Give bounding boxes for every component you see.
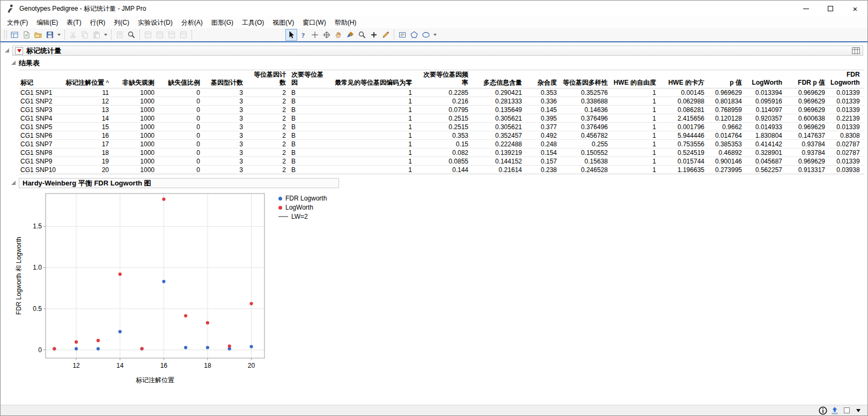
column-header[interactable]: 缺失值比例 — [159, 70, 204, 88]
new-data-table-icon[interactable] — [20, 29, 32, 41]
menu-item[interactable]: 工具(O) — [238, 17, 268, 29]
maximize-button[interactable] — [818, 1, 843, 17]
column-header[interactable]: 杂合度 — [526, 70, 561, 88]
table-cell: 0.015744 — [660, 157, 709, 166]
menu-arrow-icon[interactable] — [854, 406, 863, 415]
grabber-tool-icon[interactable] — [333, 29, 344, 41]
table-row[interactable]: CG1 SNP9191000032B10.08550.1441520.1570.… — [19, 157, 864, 166]
menu-item[interactable]: 列(C) — [109, 17, 134, 29]
help-tool-icon[interactable]: ? — [297, 29, 309, 41]
column-header[interactable]: 最常见的等位基因编码为零 — [333, 70, 416, 88]
table-cell: 2 — [247, 166, 290, 174]
legend-label: FDR Logworth — [285, 195, 327, 202]
close-button[interactable]: × — [843, 1, 867, 17]
column-header[interactable]: HWE 的自由度 — [612, 70, 660, 88]
new-window-icon[interactable] — [9, 29, 20, 41]
save-icon[interactable] — [44, 29, 56, 41]
menu-item[interactable]: 表(T) — [62, 17, 85, 29]
toolbar-drag-handle[interactable] — [4, 31, 7, 39]
column-header[interactable]: LogWorth — [746, 70, 786, 88]
toolbar-overflow-icon[interactable] — [433, 34, 437, 36]
scatter-plot[interactable]: 121416182000.51.01.5标记注解位置FDR Logworth 和… — [7, 189, 271, 391]
table-cell: 1 — [612, 148, 660, 157]
legend-item[interactable]: LogWorth — [278, 204, 327, 211]
table-cell: 0.2285 — [416, 88, 473, 97]
textbox-tool-icon[interactable] — [396, 29, 408, 41]
legend-item[interactable]: LW=2 — [278, 213, 327, 220]
magnifier-icon[interactable] — [126, 29, 137, 41]
column-header[interactable]: 标记注解位置^ — [62, 70, 113, 88]
legend-item[interactable]: FDR Logworth — [278, 195, 327, 202]
column-header[interactable]: p 值 — [709, 70, 746, 88]
column-header[interactable]: 标记 — [19, 70, 62, 88]
column-header[interactable]: FDR Logworth — [829, 70, 864, 88]
table-cell: 0.753556 — [660, 140, 709, 148]
svg-text:0.5: 0.5 — [33, 305, 42, 313]
table-row[interactable]: CG1 SNP8181000032B10.0820.1392190.1540.1… — [19, 148, 864, 157]
minimize-button[interactable] — [793, 1, 818, 17]
open-icon[interactable] — [32, 29, 44, 41]
table-row[interactable]: CG1 SNP2121000032B10.2160.2813330.3360.3… — [19, 97, 864, 106]
table-cell: 0.920357 — [746, 114, 786, 123]
table-row[interactable]: CG1 SNP6161000032B10.3530.3524570.4920.4… — [19, 131, 864, 140]
menu-item[interactable]: 窗口(W) — [298, 17, 330, 29]
outline-results-table[interactable]: 结果表 — [1, 58, 867, 68]
table-cell: CG1 SNP1 — [19, 88, 62, 97]
menu-item[interactable]: 编辑(E) — [32, 17, 62, 29]
menu-item[interactable]: 图形(G) — [207, 17, 238, 29]
zoom-tool-icon[interactable] — [356, 29, 368, 41]
column-header[interactable]: FDR p 值 — [786, 70, 829, 88]
table-cell: 1 — [333, 148, 416, 157]
table-cell: 0 — [159, 114, 204, 123]
target-tool-icon[interactable] — [321, 29, 333, 41]
outline-hwe-plot[interactable]: Hardy-Weinberg 平衡 FDR Logworth 图 — [1, 178, 867, 188]
report-area: 标记统计量 结果表 标记标记注解位置^非缺失观测缺失值比例基因型计数等位基因计数… — [1, 42, 867, 405]
column-header[interactable]: 等位基因多样性 — [561, 70, 612, 88]
table-row[interactable]: CG1 SNP3131000032B10.07950.1356490.1450.… — [19, 106, 864, 114]
outline-marker-statistics[interactable]: 标记统计量 — [1, 46, 867, 56]
annotate-tool-icon[interactable] — [380, 29, 392, 41]
svg-text:1.5: 1.5 — [33, 222, 42, 230]
cut-icon — [67, 29, 79, 41]
column-header[interactable]: 多态信息含量 — [473, 70, 526, 88]
disclosure-wedge-icon[interactable] — [11, 181, 16, 185]
table-cell: 0 — [159, 123, 204, 131]
polygon-tool-icon[interactable] — [408, 29, 420, 41]
window-box-icon[interactable] — [842, 406, 851, 415]
column-header[interactable]: 次要等位基因频率 — [416, 70, 473, 88]
table-row[interactable]: CG1 SNP10201000032B10.1440.216140.2380.2… — [19, 166, 864, 174]
table-row[interactable]: CG1 SNP5151000032B10.25150.3056210.3770.… — [19, 123, 864, 131]
menu-item[interactable]: 行(R) — [86, 17, 110, 29]
table-cell: 0.562257 — [746, 166, 786, 174]
column-header[interactable]: HWE 的卡方 — [660, 70, 709, 88]
menu-item[interactable]: 分析(A) — [177, 17, 207, 29]
table-cell: 0.144152 — [473, 157, 526, 166]
column-header[interactable]: 基因型计数 — [204, 70, 247, 88]
menu-item[interactable]: 文件(F) — [3, 17, 32, 29]
menu-item[interactable]: 帮助(H) — [330, 17, 361, 29]
data-table-icon[interactable] — [851, 47, 860, 55]
menu-item[interactable]: 实验设计(D) — [134, 17, 177, 29]
brush-tool-icon[interactable] — [344, 29, 356, 41]
toolbar-separator — [139, 30, 140, 40]
info-icon[interactable] — [818, 406, 828, 415]
red-triangle-menu-icon[interactable] — [15, 47, 23, 55]
toolbar-overflow-icon[interactable] — [57, 34, 61, 36]
toolbar-overflow-icon[interactable] — [104, 34, 107, 36]
crosshair-tool-icon[interactable] — [309, 29, 321, 41]
table-cell: B — [290, 140, 333, 148]
arrow-tool-icon[interactable] — [285, 29, 297, 41]
table-row[interactable]: CG1 SNP7171000032B10.150.2224880.2480.25… — [19, 140, 864, 148]
menu-item[interactable]: 视图(V) — [268, 17, 298, 29]
table-row[interactable]: CG1 SNP1111000032B10.22850.2904210.3530.… — [19, 88, 864, 97]
column-header[interactable]: 次要等位基因 — [290, 70, 333, 88]
publish-icon[interactable] — [830, 406, 840, 415]
disclosure-wedge-icon[interactable] — [5, 48, 9, 53]
table-row[interactable]: CG1 SNP4141000032B10.25150.3056210.3950.… — [19, 114, 864, 123]
jmp-logo-icon — [5, 4, 15, 13]
column-header[interactable]: 等位基因计数 — [247, 70, 290, 88]
disclosure-wedge-icon[interactable] — [11, 61, 16, 65]
plus-tool-icon[interactable] — [368, 29, 380, 41]
oval-tool-icon[interactable] — [420, 29, 432, 41]
column-header[interactable]: 非缺失观测 — [113, 70, 159, 88]
